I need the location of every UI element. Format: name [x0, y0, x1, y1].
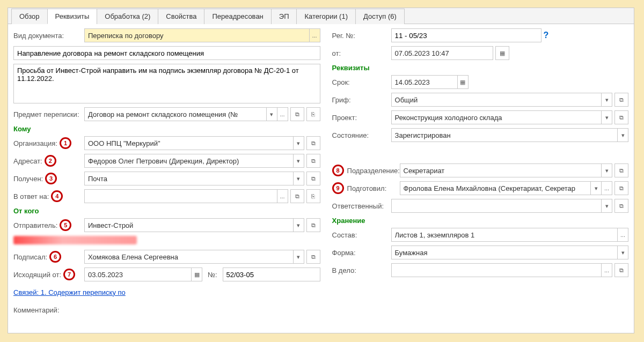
responsible-combo[interactable]: ▾: [391, 199, 612, 213]
tab-access[interactable]: Доступ (6): [355, 9, 405, 24]
deadline-label: Срок:: [332, 78, 391, 86]
copy-icon[interactable]: ⎘: [306, 189, 320, 203]
open-icon[interactable]: ⧉: [306, 218, 320, 232]
state-combo[interactable]: Зарегистрирован ▾: [391, 128, 628, 142]
dept-combo[interactable]: Секретариат ▾: [400, 163, 612, 177]
deadline-value: 14.05.2023: [395, 78, 457, 86]
doc-type-value: Переписка по договору: [88, 32, 309, 40]
doc-type-combo[interactable]: Переписка по договору ...: [84, 28, 320, 42]
calendar-icon[interactable]: ▦: [495, 46, 509, 60]
form-value: Бумажная: [395, 249, 617, 257]
open-icon[interactable]: ⧉: [306, 154, 320, 168]
dept-label: Подразделение:: [347, 167, 400, 175]
badge-4: 4: [51, 190, 63, 202]
description-textarea[interactable]: Просьба от Инвест-Строй направить им на …: [13, 64, 320, 103]
deadline-input[interactable]: 14.05.2023 ▦: [391, 75, 469, 89]
chevron-down-icon[interactable]: ▾: [293, 172, 304, 185]
subject-input[interactable]: [13, 46, 320, 60]
prepared-combo[interactable]: Фролова Елена Михайловна (Секретариат, С…: [400, 181, 612, 195]
open-icon[interactable]: ⧉: [306, 172, 320, 185]
open-icon[interactable]: ⧉: [614, 263, 628, 277]
form-label: Форма:: [332, 249, 391, 257]
chevron-down-icon[interactable]: ▾: [293, 250, 304, 263]
dept-value: Секретариат: [404, 167, 601, 175]
regno-input[interactable]: [391, 28, 541, 42]
links-link[interactable]: Связей: 1. Содержит переписку по: [13, 288, 126, 296]
received-label: Получен: 3: [13, 173, 84, 184]
tab-signature[interactable]: ЭП: [271, 9, 297, 24]
tab-processing[interactable]: Обработка (2): [97, 9, 158, 24]
addressee-label-text: Адресат:: [13, 157, 42, 165]
fromdate-input[interactable]: 07.05.2023 10:47: [391, 46, 493, 60]
open-icon[interactable]: ⧉: [306, 250, 320, 264]
outfrom-date-input[interactable]: 03.05.2023 ▦: [84, 267, 202, 281]
storage-section-title: Хранение: [332, 217, 628, 225]
redacted-row: [13, 236, 137, 244]
addressee-combo[interactable]: Федоров Олег Петрович (Дирекция, Директо…: [84, 154, 304, 168]
sender-combo[interactable]: Инвест-Строй ▾: [84, 218, 304, 232]
open-icon[interactable]: ⧉: [290, 107, 304, 121]
dots-icon[interactable]: ...: [309, 29, 320, 42]
chevron-down-icon[interactable]: ▾: [266, 108, 277, 121]
chevron-down-icon[interactable]: ▾: [601, 199, 612, 212]
signed-label-text: Подписал:: [13, 253, 47, 261]
out-no-input[interactable]: [223, 267, 320, 281]
chevron-down-icon[interactable]: ▾: [293, 137, 304, 150]
signed-combo[interactable]: Хомякова Елена Сергеевна ▾: [84, 250, 304, 264]
outfrom-label-text: Исходящий от:: [13, 271, 61, 279]
outfrom-date-value: 03.05.2023: [88, 271, 191, 279]
incase-label: В дело:: [332, 266, 391, 274]
chevron-down-icon[interactable]: ▾: [601, 111, 612, 124]
help-icon[interactable]: ?: [544, 31, 549, 40]
received-value: Почта: [88, 175, 293, 183]
badge-5: 5: [60, 219, 71, 231]
dots-icon[interactable]: ...: [601, 264, 612, 277]
received-combo[interactable]: Почта ▾: [84, 172, 304, 185]
tab-overview[interactable]: Обзор: [11, 9, 48, 24]
composition-input[interactable]: Листов 1, экземпляров 1 ...: [391, 228, 628, 242]
open-icon[interactable]: ⧉: [614, 181, 628, 195]
inreply-combo[interactable]: ...: [84, 189, 288, 203]
org-combo[interactable]: ООО НПЦ "Меркурий" ▾: [84, 136, 304, 150]
open-icon[interactable]: ⧉: [306, 136, 320, 150]
dots-icon[interactable]: ...: [277, 190, 288, 203]
responsible-label: Ответственный:: [332, 202, 391, 210]
doc-type-label: Вид документа:: [13, 32, 84, 40]
composition-label: Состав:: [332, 231, 391, 239]
subj-corr-combo[interactable]: Договор на ремонт складского помещения (…: [84, 107, 288, 121]
dots-icon[interactable]: ...: [601, 182, 612, 195]
chevron-down-icon[interactable]: ▾: [601, 93, 612, 106]
calendar-icon[interactable]: ▦: [191, 268, 202, 281]
open-icon[interactable]: ⧉: [290, 189, 304, 203]
inreply-label: В ответ на: 4: [13, 190, 84, 202]
open-icon[interactable]: ⧉: [614, 93, 628, 107]
chevron-down-icon[interactable]: ▾: [590, 182, 601, 195]
chevron-down-icon[interactable]: ▾: [293, 219, 304, 232]
chevron-down-icon[interactable]: ▾: [601, 164, 612, 177]
copy-icon[interactable]: ⎘: [306, 107, 320, 121]
chevron-down-icon[interactable]: ▾: [617, 246, 628, 259]
open-icon[interactable]: ⧉: [614, 110, 628, 124]
subj-corr-value: Договор на ремонт складского помещения (…: [88, 110, 266, 118]
classification-combo[interactable]: Общий ▾: [391, 93, 612, 107]
sender-label: Отправитель: 5: [13, 219, 84, 231]
signed-value: Хомякова Елена Сергеевна: [88, 253, 293, 261]
tab-strip: Обзор Реквизиты Обработка (2) Свойства П…: [8, 8, 634, 24]
tab-properties[interactable]: Свойства: [158, 9, 204, 24]
open-icon[interactable]: ⧉: [614, 199, 628, 213]
badge-9: 9: [332, 182, 344, 194]
chevron-down-icon[interactable]: ▾: [617, 129, 628, 142]
tab-forwarded[interactable]: Переадресован: [204, 9, 271, 24]
open-icon[interactable]: ⧉: [614, 163, 628, 177]
project-combo[interactable]: Реконструкция холодного склада ▾: [391, 110, 612, 124]
dots-icon[interactable]: ...: [277, 108, 288, 121]
tab-categories[interactable]: Категории (1): [296, 9, 356, 24]
form-combo[interactable]: Бумажная ▾: [391, 246, 628, 259]
classification-label: Гриф:: [332, 96, 391, 104]
calendar-icon[interactable]: ▦: [457, 76, 468, 88]
dots-icon[interactable]: ...: [617, 228, 628, 241]
tab-details[interactable]: Реквизиты: [47, 9, 98, 24]
chevron-down-icon[interactable]: ▾: [293, 154, 304, 167]
addressee-value: Федоров Олег Петрович (Дирекция, Директо…: [88, 157, 293, 165]
incase-combo[interactable]: ...: [391, 263, 612, 277]
